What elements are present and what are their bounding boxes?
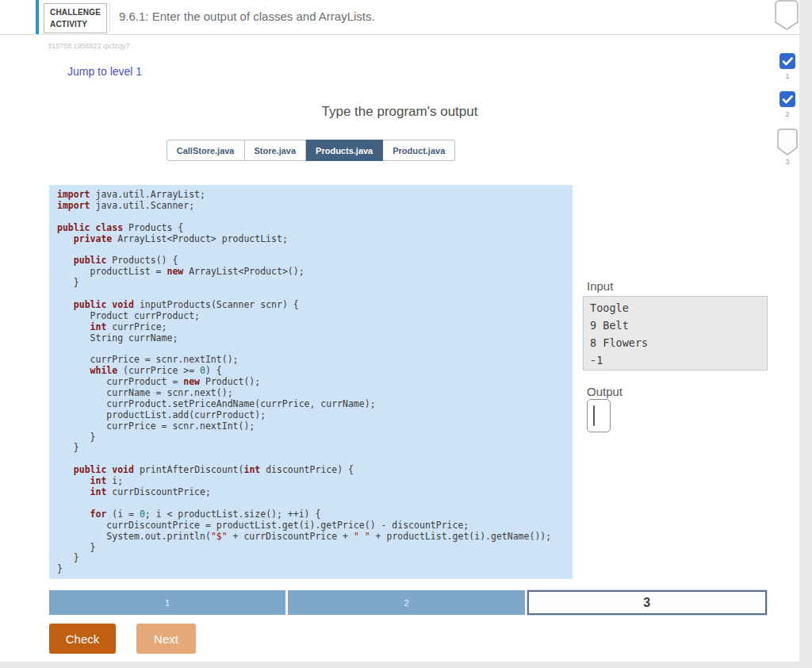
level-1-check-icon (779, 52, 796, 70)
input-line: -1 (590, 351, 760, 369)
code-line: public void inputProducts(Scanner scnr) … (57, 300, 573, 311)
tab-row-wrap: CallStore.javaStore.javaProducts.javaPro… (49, 140, 573, 161)
level-3-shield-icon (777, 129, 798, 155)
check-button[interactable]: Check (49, 624, 116, 654)
next-button[interactable]: Next (136, 624, 196, 654)
code-line: int i; (57, 476, 573, 487)
activity-title: 9.6.1: Enter the output of classes and A… (119, 10, 375, 23)
code-line: import java.util.ArrayList; (57, 190, 573, 201)
code-line: productList = new ArrayList<Product>(); (57, 267, 573, 278)
level-2-check-icon (779, 90, 796, 108)
code-line: productList.add(currProduct); (57, 410, 573, 421)
code-line (57, 212, 573, 223)
code-line: currPrice = scnr.nextInt(); (57, 421, 573, 432)
code-line (57, 454, 573, 465)
code-line: while (currPrice >= 0) { (57, 366, 573, 377)
page: CHALLENGE ACTIVITY 9.6.1: Enter the outp… (0, 0, 799, 662)
code-line: int currDiscountPrice; (57, 487, 573, 498)
input-line: 9 Belt (590, 317, 760, 334)
header-divider-line (109, 2, 110, 33)
input-label: Input (587, 279, 613, 293)
input-box: Toogle9 Belt8 Flowers-1 (583, 296, 768, 370)
input-line: Toogle (590, 299, 760, 317)
header-rule (0, 34, 799, 35)
code-line: System.out.println("$" + currDiscountPri… (57, 532, 573, 543)
text-cursor (593, 405, 595, 426)
code-line (57, 289, 573, 300)
code-line (57, 244, 573, 255)
code-line: currPrice = scnr.nextInt(); (57, 355, 573, 366)
level-number: 3 (785, 158, 789, 166)
tab-products-java[interactable]: Products.java (306, 140, 383, 161)
code-line (57, 498, 573, 509)
code-line: } (57, 432, 573, 443)
code-line: String currName; (57, 333, 573, 344)
level-2-indicator: 2 (777, 90, 798, 118)
code-line: } (57, 278, 573, 289)
code-line: } (57, 553, 573, 564)
level-3-indicator: 3 (777, 129, 798, 166)
code-line: currProduct.setPriceAndName(currPrice, c… (57, 399, 573, 410)
code-line: currDiscountPrice = productList.get(i).g… (57, 520, 573, 532)
code-line: } (57, 564, 573, 575)
badge-line1: CHALLENGE (50, 6, 101, 18)
code-line: public void printAfterDiscount(int disco… (57, 465, 573, 476)
accent-bar (36, 0, 39, 35)
progress-bar: 1 2 3 (49, 590, 767, 615)
badge-line2: ACTIVITY (50, 18, 101, 30)
challenge-activity-badge: CHALLENGE ACTIVITY (44, 3, 107, 33)
output-field[interactable] (587, 399, 611, 432)
activity-id: 315758.1956822.qx3zqy7 (48, 42, 130, 50)
bookmark-shield-icon (775, 0, 799, 33)
progress-segment-1: 1 (49, 590, 285, 615)
tab-store-java[interactable]: Store.java (245, 140, 307, 161)
output-label: Output (587, 385, 622, 398)
prompt-text: Type the program's output (0, 104, 799, 120)
code-line: public Products() { (57, 255, 573, 267)
level-number: 1 (785, 72, 789, 80)
code-line: currProduct = new Product(); (57, 377, 573, 388)
code-line: public class Products { (57, 223, 573, 234)
code-line: int currPrice; (57, 322, 573, 333)
level-rail: 1 2 3 (777, 52, 798, 176)
code-line: Product currProduct; (57, 311, 573, 322)
tab-callstore-java[interactable]: CallStore.java (167, 140, 245, 161)
jump-to-level-link[interactable]: Jump to level 1 (67, 65, 142, 78)
level-1-indicator: 1 (777, 52, 798, 80)
code-panel: import java.util.ArrayList;import java.u… (49, 185, 573, 579)
progress-segment-2: 2 (288, 590, 524, 615)
code-line (57, 344, 573, 355)
code-line: } (57, 443, 573, 454)
code-line: for (i = 0; i < productList.size(); ++i)… (57, 509, 573, 520)
level-number: 2 (785, 110, 789, 118)
code-line: } (57, 543, 573, 554)
code-line: private ArrayList<Product> productList; (57, 234, 573, 245)
code-line: currName = scnr.next(); (57, 388, 573, 399)
input-line: 8 Flowers (590, 334, 760, 351)
progress-segment-3: 3 (527, 590, 767, 615)
tab-product-java[interactable]: Product.java (383, 140, 455, 161)
tab-row: CallStore.javaStore.javaProducts.javaPro… (167, 140, 456, 161)
code-line: import java.util.Scanner; (57, 201, 573, 212)
